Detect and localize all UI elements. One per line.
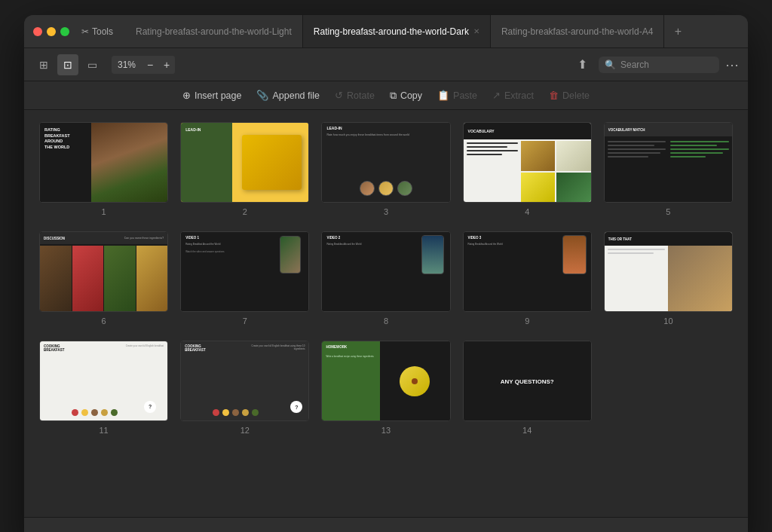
page-thumbnail-4[interactable]: VOCABULARY — [463, 122, 592, 203]
slide-7-body: Watch the video and answer questions — [185, 250, 224, 254]
toolbar-left: ⊞ ⊡ ▭ 31% − + — [33, 54, 175, 75]
rotate-label: Rotate — [347, 90, 375, 101]
page-thumbnail-8[interactable]: VIDEO 2 Rating Breakfast Around the Worl… — [321, 231, 450, 312]
sidebar-icon: ⊞ — [39, 59, 48, 71]
insert-page-label: Insert page — [195, 90, 242, 101]
slide-12-ingredients — [181, 409, 290, 416]
slide-12-title: COOKINGBREAKFAST — [185, 344, 206, 352]
status-bar — [24, 517, 748, 532]
page-number-10: 10 — [663, 316, 672, 326]
delete-label: Delete — [562, 90, 590, 101]
page-thumbnail-2[interactable]: LEAD-IN — [180, 122, 309, 203]
slide-2-green-panel: LEAD-IN — [181, 123, 232, 202]
page-thumbnail-6[interactable]: DISCUSSION Can you name these ingredient… — [39, 231, 168, 312]
slide-10-food-img — [668, 246, 732, 311]
slide-10-left — [605, 246, 669, 311]
list-item[interactable]: RATINGBREAKFASTAROUNDTHE WORLD 1 — [39, 122, 168, 216]
list-item[interactable]: VIDEO 3 Rating Breakfast Around the Worl… — [463, 231, 592, 326]
copy-button[interactable]: ⧉ Copy — [390, 90, 422, 102]
title-bar: ✂ Tools Rating-breafast-around-the-world… — [24, 15, 748, 48]
list-item[interactable]: THIS OR THAT 10 — [604, 231, 733, 326]
list-item[interactable]: LEAD-IN Rate how much you enjoy these br… — [321, 122, 450, 216]
slide-8-subtitle: Rating Breakfast Around the World — [326, 243, 361, 246]
page-thumbnail-13[interactable]: HOMEWORK Write a breakfast recipe using … — [321, 341, 450, 421]
insert-page-icon: ⊕ — [182, 90, 191, 101]
paste-button[interactable]: 📋 Paste — [437, 90, 477, 101]
page-number-5: 5 — [666, 207, 670, 216]
copy-label: Copy — [400, 90, 422, 101]
zoom-level[interactable]: 31% — [112, 57, 142, 73]
slide-7-phone — [280, 236, 301, 274]
tools-menu[interactable]: ✂ Tools — [81, 26, 113, 37]
tab-light[interactable]: Rating-breafast-around-the-world-Light — [125, 15, 303, 47]
action-bar: ⊕ Insert page 📎 Append file ↺ Rotate ⧉ C… — [24, 81, 748, 110]
rotate-button[interactable]: ↺ Rotate — [335, 90, 375, 101]
page-number-3: 3 — [384, 207, 388, 216]
page-number-14: 14 — [522, 426, 532, 435]
traffic-lights — [33, 27, 69, 36]
sidebar-toggle-button[interactable]: ⊞ — [33, 54, 54, 75]
list-item[interactable]: VOCABULARY — [463, 122, 592, 216]
insert-page-button[interactable]: ⊕ Insert page — [182, 90, 242, 101]
page-number-11: 11 — [99, 426, 108, 435]
page-thumbnail-1[interactable]: RATINGBREAKFASTAROUNDTHE WORLD — [39, 122, 168, 203]
slide-13-right — [380, 341, 450, 420]
share-button[interactable]: ⬆ — [571, 54, 593, 75]
append-file-button[interactable]: 📎 Append file — [256, 90, 320, 101]
slide-7-subtitle: Rating Breakfast Around the World — [185, 243, 220, 246]
maximize-button[interactable] — [60, 27, 69, 36]
extract-label: Extract — [504, 90, 534, 101]
list-item[interactable]: DISCUSSION Can you name these ingredient… — [39, 231, 168, 326]
search-input[interactable] — [620, 60, 713, 70]
tab-dark-close[interactable]: ✕ — [473, 27, 479, 35]
slide-12-question-mark: ? — [290, 401, 302, 413]
delete-button[interactable]: 🗑 Delete — [549, 90, 590, 101]
page-thumbnail-7[interactable]: VIDEO 1 Rating Breakfast Around the Worl… — [180, 231, 309, 312]
slide-1-text: RATINGBREAKFASTAROUNDTHE WORLD — [44, 127, 102, 151]
toolbar: ⊞ ⊡ ▭ 31% − + ⬆ 🔍 ⋯ — [24, 48, 748, 81]
slide-4-grid — [521, 141, 591, 202]
list-item[interactable]: HOMEWORK Write a breakfast recipe using … — [321, 341, 450, 435]
page-thumbnail-11[interactable]: COOKINGBREAKFAST Create your own full En… — [39, 341, 168, 421]
list-item[interactable]: VIDEO 1 Rating Breakfast Around the Worl… — [180, 231, 309, 326]
single-view-button[interactable]: ▭ — [81, 54, 103, 75]
list-item[interactable]: LEAD-IN 2 — [180, 122, 309, 216]
grid-view-button[interactable]: ⊡ — [57, 54, 78, 75]
page-thumbnail-5[interactable]: VOCABULARY MATCH — [604, 122, 733, 203]
list-item[interactable]: COOKINGBREAKFAST Create your own full En… — [180, 341, 309, 435]
slide-9-title: VIDEO 3 — [468, 236, 482, 240]
zoom-plus-button[interactable]: + — [158, 56, 175, 74]
list-item[interactable]: VIDEO 2 Rating Breakfast Around the Worl… — [321, 231, 450, 326]
slide-13-green: HOMEWORK Write a breakfast recipe using … — [322, 341, 379, 420]
tab-dark[interactable]: Rating-breafast-around-the-world-Dark ✕ — [303, 15, 491, 47]
page-number-12: 12 — [240, 426, 250, 435]
slide-8-title: VIDEO 2 — [326, 236, 340, 240]
page-number-8: 8 — [384, 316, 388, 326]
page-icon: ▭ — [87, 59, 97, 71]
slide-3-circles — [360, 181, 412, 196]
minimize-button[interactable] — [47, 27, 56, 36]
page-number-9: 9 — [525, 316, 529, 326]
slide-4-left — [464, 139, 521, 202]
append-file-label: Append file — [272, 90, 320, 101]
more-button[interactable]: ⋯ — [725, 57, 739, 73]
page-number-13: 13 — [381, 426, 391, 435]
search-box[interactable]: 🔍 — [599, 57, 719, 73]
page-thumbnail-10[interactable]: THIS OR THAT — [604, 231, 733, 312]
delete-icon: 🗑 — [549, 90, 559, 101]
list-item[interactable]: COOKINGBREAKFAST Create your own full En… — [39, 341, 168, 435]
list-item[interactable]: ANY QUESTIONS? 14 — [463, 341, 592, 435]
extract-button[interactable]: ↗ Extract — [492, 90, 534, 101]
list-item[interactable]: VOCABULARY MATCH — [604, 122, 733, 216]
add-tab-button[interactable]: + — [667, 21, 688, 42]
close-button[interactable] — [33, 27, 42, 36]
page-thumbnail-9[interactable]: VIDEO 3 Rating Breakfast Around the Worl… — [463, 231, 592, 312]
page-thumbnail-12[interactable]: COOKINGBREAKFAST Create your own full En… — [180, 341, 309, 421]
tab-a4-label: Rating-breakfast-around-the-world-A4 — [501, 26, 653, 37]
zoom-minus-button[interactable]: − — [142, 56, 158, 74]
slide-9-phone — [562, 235, 587, 274]
slide-3-body: Rate how much you enjoy these breakfast … — [326, 133, 445, 137]
page-thumbnail-14[interactable]: ANY QUESTIONS? — [463, 341, 592, 421]
page-thumbnail-3[interactable]: LEAD-IN Rate how much you enjoy these br… — [321, 122, 450, 203]
tab-a4[interactable]: Rating-breakfast-around-the-world-A4 — [491, 15, 664, 47]
